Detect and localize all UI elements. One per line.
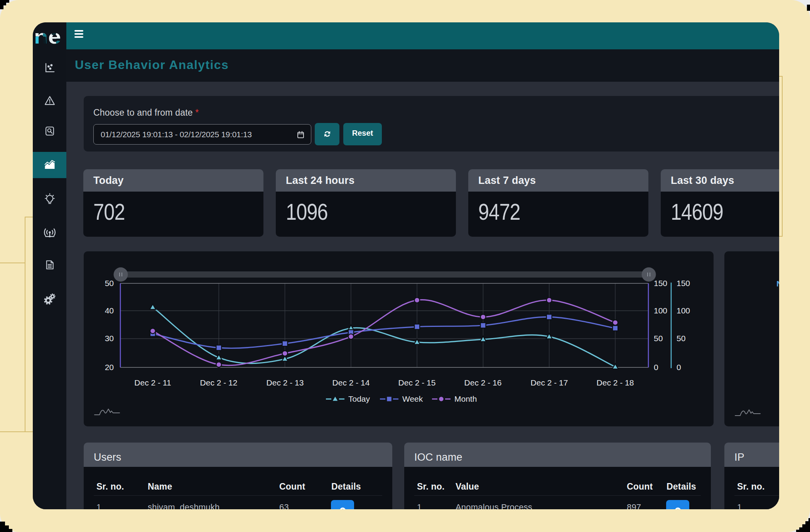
svg-text:0: 0 bbox=[677, 363, 681, 372]
svg-text:50: 50 bbox=[105, 279, 114, 288]
svg-text:Dec 2 - 18: Dec 2 - 18 bbox=[597, 378, 634, 387]
svg-text:150: 150 bbox=[654, 279, 667, 288]
svg-text:100: 100 bbox=[677, 306, 690, 315]
svg-text:0: 0 bbox=[654, 363, 658, 372]
svg-text:ne: ne bbox=[34, 28, 61, 45]
svg-text:Dec 2 - 15: Dec 2 - 15 bbox=[398, 378, 436, 387]
svg-text:Dec 2 - 14: Dec 2 - 14 bbox=[332, 378, 370, 387]
svg-text:50: 50 bbox=[677, 334, 685, 343]
svg-text:Dec 2 - 11: Dec 2 - 11 bbox=[134, 378, 171, 387]
svg-text:30: 30 bbox=[105, 334, 114, 343]
svg-text:Dec 2 - 13: Dec 2 - 13 bbox=[267, 378, 304, 387]
svg-text:Week: Week bbox=[402, 394, 423, 403]
svg-text:Dec 2 - 12: Dec 2 - 12 bbox=[200, 378, 238, 387]
svg-text:Month: Month bbox=[454, 394, 477, 403]
svg-text:100: 100 bbox=[654, 306, 667, 315]
svg-text:40: 40 bbox=[105, 306, 114, 315]
svg-text:Dec 2 - 17: Dec 2 - 17 bbox=[531, 378, 568, 387]
svg-text:Today: Today bbox=[348, 394, 370, 403]
svg-text:150: 150 bbox=[677, 279, 690, 288]
svg-text:20: 20 bbox=[105, 363, 114, 372]
svg-text:50: 50 bbox=[654, 334, 663, 343]
svg-text:Dec 2 - 16: Dec 2 - 16 bbox=[464, 378, 502, 387]
